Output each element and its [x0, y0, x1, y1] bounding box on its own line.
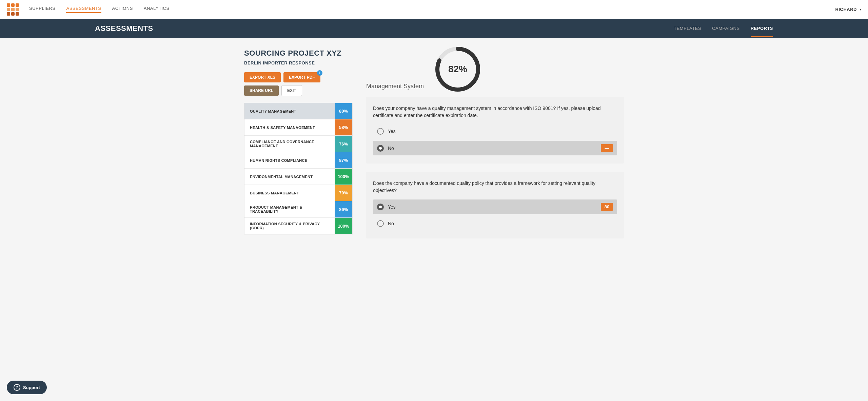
exit-button[interactable]: Exit — [281, 85, 302, 96]
share-url-button[interactable]: Share URL — [244, 85, 279, 96]
user-menu[interactable]: RICHARD ▾ — [835, 7, 861, 12]
answer-score-yes-2: 80 — [601, 203, 613, 211]
radio-no-2 — [377, 220, 384, 227]
nav-actions[interactable]: ACTIONS — [112, 6, 133, 13]
answer-label-no-2: No — [388, 221, 613, 226]
category-name: HUMAN RIGHTS COMPLIANCE — [244, 152, 335, 168]
project-subtitle: BERLIN IMPORTER RESPONSE — [244, 60, 353, 65]
answer-label-no-1: No — [388, 146, 601, 151]
question-text-1: Does your company have a quality managem… — [373, 105, 617, 119]
top-nav: SUPPLIERS ASSESSMENTS ACTIONS ANALYTICS … — [0, 0, 868, 19]
answer-yes-2[interactable]: Yes 80 — [373, 199, 617, 214]
radio-no-1 — [377, 145, 384, 152]
left-panel: SOURCING PROJECT XYZ BERLIN IMPORTER RES… — [244, 49, 353, 247]
answer-no-2[interactable]: No — [373, 217, 617, 230]
category-score: 100% — [335, 218, 352, 234]
category-score: 76% — [335, 136, 352, 152]
support-button[interactable]: ? Support — [7, 381, 47, 394]
nav-assessments[interactable]: ASSESSMENTS — [66, 6, 101, 13]
category-score: 80% — [335, 103, 352, 119]
progress-label: 82% — [448, 64, 467, 75]
category-score: 58% — [335, 119, 352, 135]
secondary-nav-links: TEMPLATES CAMPAIGNS REPORTS — [674, 20, 773, 37]
nav-links: SUPPLIERS ASSESSMENTS ACTIONS ANALYTICS — [29, 6, 835, 13]
category-list: QUALITY MANAGEMENT 80% HEALTH & SAFETY M… — [244, 103, 353, 234]
right-panel: Management System Does your company have… — [366, 83, 624, 247]
section-heading: Management System — [366, 83, 624, 90]
category-name: COMPLIANCE AND GOVERNANCE MANAGEMENT — [244, 136, 335, 152]
support-label: Support — [23, 385, 40, 390]
export-xls-button[interactable]: Export XLS — [244, 72, 281, 82]
project-title: SOURCING PROJECT XYZ — [244, 49, 353, 58]
radio-yes-1 — [377, 128, 384, 135]
category-score: 100% — [335, 169, 352, 185]
top-content: SOURCING PROJECT XYZ BERLIN IMPORTER RES… — [244, 49, 353, 96]
category-quality-management[interactable]: QUALITY MANAGEMENT 80% — [244, 103, 352, 119]
section-title: ASSESSMENTS — [95, 24, 153, 33]
nav-campaigns[interactable]: CAMPAIGNS — [712, 20, 740, 37]
category-score: 70% — [335, 185, 352, 201]
category-environmental[interactable]: ENVIRONMENTAL MANAGEMENT 100% — [244, 169, 352, 185]
question-block-2: Does the company have a documented quali… — [366, 172, 624, 238]
radio-yes-2 — [377, 204, 384, 210]
user-name: RICHARD — [835, 7, 857, 12]
answer-score-no-1: — — [601, 144, 613, 152]
nav-reports[interactable]: REPORTS — [751, 20, 773, 37]
category-product-management[interactable]: PRODUCT MANAGEMENT & TRACEABILITY 86% — [244, 201, 352, 218]
category-name: BUSINESS MANAGEMENT — [244, 185, 335, 201]
category-name: INFORMATION SECURITY & PRIVACY (GDPR) — [244, 218, 335, 234]
main-content: SOURCING PROJECT XYZ BERLIN IMPORTER RES… — [231, 38, 637, 257]
category-score: 87% — [335, 152, 352, 168]
question-block-1: Does your company have a quality managem… — [366, 97, 624, 164]
category-compliance-governance[interactable]: COMPLIANCE AND GOVERNANCE MANAGEMENT 76% — [244, 136, 352, 152]
app-logo — [7, 3, 19, 16]
category-name: HEALTH & SAFETY MANAGEMENT — [244, 119, 335, 135]
category-health-safety[interactable]: HEALTH & SAFETY MANAGEMENT 58% — [244, 119, 352, 136]
question-text-2: Does the company have a documented quali… — [373, 180, 617, 194]
category-name: QUALITY MANAGEMENT — [244, 103, 335, 119]
progress-area: 82% — [434, 45, 481, 93]
support-icon: ? — [14, 384, 20, 391]
category-name: ENVIRONMENTAL MANAGEMENT — [244, 169, 335, 185]
progress-circle: 82% — [434, 45, 481, 93]
category-business[interactable]: BUSINESS MANAGEMENT 70% — [244, 185, 352, 201]
nav-templates[interactable]: TEMPLATES — [674, 20, 701, 37]
nav-analytics[interactable]: ANALYTICS — [144, 6, 170, 13]
export-pdf-badge: 1 — [317, 70, 322, 76]
answer-label-yes-1: Yes — [388, 129, 613, 134]
export-pdf-button[interactable]: Export PDF 1 — [283, 72, 320, 82]
category-score: 86% — [335, 201, 352, 217]
chevron-down-icon: ▾ — [860, 7, 861, 11]
secondary-nav: ASSESSMENTS TEMPLATES CAMPAIGNS REPORTS — [0, 19, 868, 38]
action-buttons: Export XLS Export PDF 1 Share URL Exit — [244, 72, 353, 96]
category-name: PRODUCT MANAGEMENT & TRACEABILITY — [244, 201, 335, 217]
category-information-security[interactable]: INFORMATION SECURITY & PRIVACY (GDPR) 10… — [244, 218, 352, 234]
answer-label-yes-2: Yes — [388, 204, 601, 210]
category-human-rights[interactable]: HUMAN RIGHTS COMPLIANCE 87% — [244, 152, 352, 169]
answer-no-1[interactable]: No — — [373, 141, 617, 155]
answer-yes-1[interactable]: Yes — [373, 125, 617, 138]
nav-suppliers[interactable]: SUPPLIERS — [29, 6, 55, 13]
